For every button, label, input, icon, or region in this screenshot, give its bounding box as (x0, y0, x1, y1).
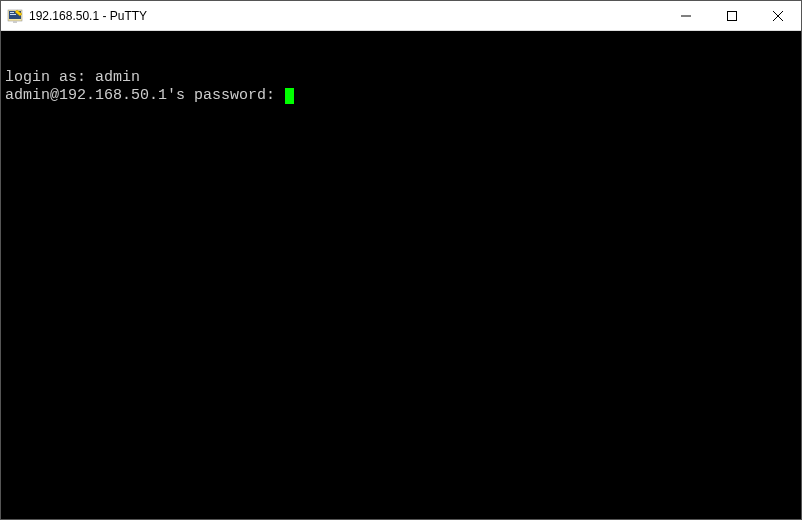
svg-rect-3 (10, 14, 16, 15)
svg-rect-2 (10, 12, 14, 13)
minimize-icon (681, 11, 691, 21)
window-title: 192.168.50.1 - PuTTY (29, 9, 663, 23)
window-controls (663, 1, 801, 30)
terminal-line: admin@192.168.50.1's password: (5, 87, 797, 105)
putty-window: 192.168.50.1 - PuTTY login as: adminadmi (0, 0, 802, 520)
titlebar[interactable]: 192.168.50.1 - PuTTY (1, 1, 801, 31)
minimize-button[interactable] (663, 1, 709, 30)
close-button[interactable] (755, 1, 801, 30)
password-prompt-text: admin@192.168.50.1's password: (5, 87, 284, 104)
svg-rect-6 (728, 11, 737, 20)
svg-rect-4 (13, 21, 17, 23)
close-icon (773, 11, 783, 21)
terminal-line: login as: admin (5, 69, 797, 87)
putty-icon (7, 8, 23, 24)
login-prompt-text: login as: admin (5, 69, 140, 86)
maximize-icon (727, 11, 737, 21)
terminal-cursor (285, 88, 294, 104)
terminal-area[interactable]: login as: adminadmin@192.168.50.1's pass… (1, 31, 801, 519)
maximize-button[interactable] (709, 1, 755, 30)
